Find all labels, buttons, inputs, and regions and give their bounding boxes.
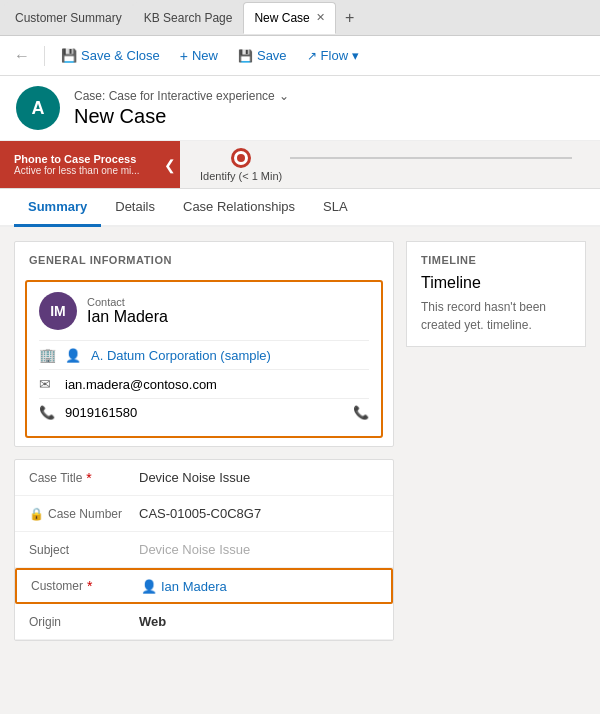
contact-name-area: Contact Ian Madera: [87, 296, 168, 326]
toolbar: ← 💾 Save & Close + New 💾 Save ↗ Flow ▾: [0, 36, 600, 76]
contact-phone-row: 📞 9019161580 📞: [39, 398, 369, 426]
process-phase-subtitle: Active for less than one mi...: [14, 165, 146, 176]
breadcrumb[interactable]: Case: Case for Interactive experience ⌄: [74, 89, 584, 103]
process-line: [290, 157, 572, 159]
process-collapse-button[interactable]: ❮: [160, 141, 180, 188]
flow-button[interactable]: ↗ Flow ▾: [299, 44, 367, 67]
contact-icon: 👤: [65, 348, 83, 363]
process-step-dot-inner: [237, 154, 245, 162]
case-title-label: Case Title *: [29, 470, 139, 486]
customer-contact-icon: 👤: [141, 579, 157, 594]
process-step-identify[interactable]: Identify (< 1 Min): [200, 148, 282, 182]
nav-tabs: Summary Details Case Relationships SLA: [0, 189, 600, 227]
tab-customer-summary[interactable]: Customer Summary: [4, 2, 133, 34]
new-button[interactable]: + New: [172, 44, 226, 68]
subject-row: Subject Device Noise Issue: [15, 532, 393, 568]
contact-email: ian.madera@contoso.com: [65, 377, 217, 392]
case-title-value[interactable]: Device Noise Issue: [139, 470, 379, 485]
contact-company-row: 🏢 👤 A. Datum Corporation (sample): [39, 340, 369, 369]
save-button[interactable]: 💾 Save: [230, 44, 295, 67]
case-number-label: 🔒 Case Number: [29, 507, 139, 521]
back-button[interactable]: ←: [8, 43, 36, 69]
header-info: Case: Case for Interactive experience ⌄ …: [74, 89, 584, 128]
customer-required-indicator: *: [87, 578, 92, 594]
contact-card: IM Contact Ian Madera 🏢 👤 A. Datum Corpo…: [25, 280, 383, 438]
form-card: Case Title * Device Noise Issue 🔒 Case N…: [14, 459, 394, 641]
save-close-icon: 💾: [61, 48, 77, 63]
timeline-section-title: TIMELINE: [421, 254, 571, 266]
contact-phone: 9019161580: [65, 405, 137, 420]
phone-call-icon[interactable]: 📞: [353, 405, 369, 420]
tab-case-relationships[interactable]: Case Relationships: [169, 189, 309, 227]
contact-name: Ian Madera: [87, 308, 168, 326]
customer-label: Customer *: [31, 578, 141, 594]
origin-row: Origin Web: [15, 604, 393, 640]
contact-label: Contact: [87, 296, 168, 308]
timeline-card: TIMELINE Timeline This record hasn't bee…: [406, 241, 586, 347]
case-title-row: Case Title * Device Noise Issue: [15, 460, 393, 496]
browser-tabs: Customer Summary KB Search Page New Case…: [0, 0, 600, 36]
flow-dropdown-icon: ▾: [352, 48, 359, 63]
page-title: New Case: [74, 105, 584, 128]
case-number-value: CAS-01005-C0C8G7: [139, 506, 379, 521]
avatar: A: [16, 86, 60, 130]
process-steps: Identify (< 1 Min): [180, 148, 600, 182]
customer-row: Customer * 👤 Ian Madera: [15, 568, 393, 604]
tab-kb-search[interactable]: KB Search Page: [133, 2, 244, 34]
timeline-empty-text: This record hasn't been created yet. tim…: [421, 298, 571, 334]
new-icon: +: [180, 48, 188, 64]
timeline-heading: Timeline: [421, 274, 571, 292]
phone-icon: 📞: [39, 405, 57, 420]
general-info-title: GENERAL INFORMATION: [15, 242, 393, 272]
right-column: TIMELINE Timeline This record hasn't bee…: [406, 241, 586, 697]
contact-company-link[interactable]: A. Datum Corporation (sample): [91, 348, 271, 363]
case-number-row: 🔒 Case Number CAS-01005-C0C8G7: [15, 496, 393, 532]
tab-new-case[interactable]: New Case ✕: [243, 2, 335, 34]
subject-value[interactable]: Device Noise Issue: [139, 542, 379, 557]
breadcrumb-chevron-icon: ⌄: [279, 89, 289, 103]
process-bar: Phone to Case Process Active for less th…: [0, 141, 600, 189]
flow-icon: ↗: [307, 49, 317, 63]
subject-label: Subject: [29, 543, 139, 557]
contact-avatar: IM: [39, 292, 77, 330]
tab-details[interactable]: Details: [101, 189, 169, 227]
main-content: GENERAL INFORMATION IM Contact Ian Mader…: [0, 227, 600, 711]
process-step-label: Identify (< 1 Min): [200, 170, 282, 182]
contact-header: IM Contact Ian Madera: [39, 292, 369, 330]
process-step-dot: [231, 148, 251, 168]
customer-value[interactable]: 👤 Ian Madera: [141, 579, 377, 594]
toolbar-divider-1: [44, 46, 45, 66]
lock-icon: 🔒: [29, 507, 44, 521]
save-close-button[interactable]: 💾 Save & Close: [53, 44, 168, 67]
add-tab-button[interactable]: +: [336, 4, 364, 32]
contact-email-row: ✉ ian.madera@contoso.com: [39, 369, 369, 398]
email-icon: ✉: [39, 376, 57, 392]
page-header: A Case: Case for Interactive experience …: [0, 76, 600, 141]
process-phase-title: Phone to Case Process: [14, 153, 146, 165]
required-indicator: *: [86, 470, 91, 486]
origin-label: Origin: [29, 615, 139, 629]
process-phase: Phone to Case Process Active for less th…: [0, 141, 160, 188]
tab-summary[interactable]: Summary: [14, 189, 101, 227]
building-icon: 🏢: [39, 347, 57, 363]
origin-value: Web: [139, 614, 379, 629]
tab-sla[interactable]: SLA: [309, 189, 362, 227]
close-tab-icon[interactable]: ✕: [316, 11, 325, 24]
left-column: GENERAL INFORMATION IM Contact Ian Mader…: [14, 241, 394, 697]
save-icon: 💾: [238, 49, 253, 63]
general-info-card: GENERAL INFORMATION IM Contact Ian Mader…: [14, 241, 394, 447]
